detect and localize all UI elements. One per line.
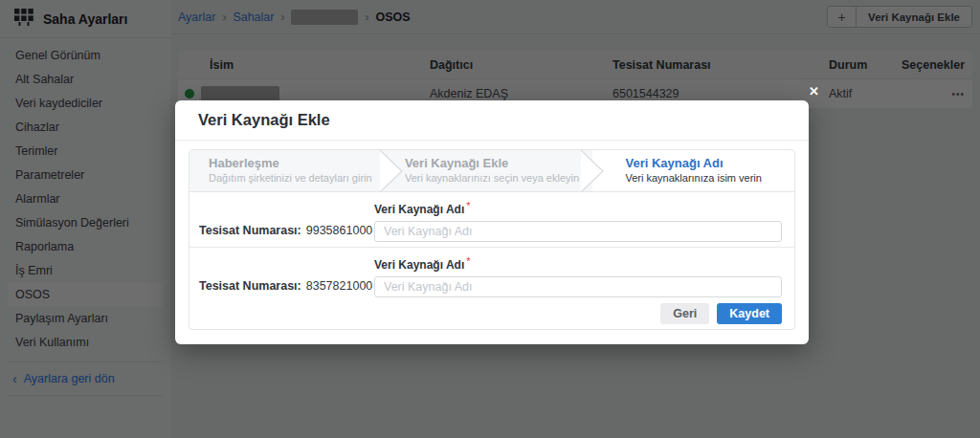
save-button[interactable]: Kaydet	[717, 303, 782, 324]
form-row-1: Tesisat Numarası: 9935861000 i Veri Kayn…	[189, 192, 794, 248]
add-data-source-modal: ✕ Veri Kaynağı Ekle Haberleşme Dağıtım ş…	[175, 100, 809, 344]
field-label: Veri Kaynağı Adı	[374, 203, 464, 216]
step-subtitle: Veri kaynaklarınıza isim verin	[625, 171, 761, 185]
wizard-steps: Haberleşme Dağıtım şirketinizi ve detayl…	[189, 150, 794, 192]
required-asterisk: *	[466, 200, 470, 211]
back-button[interactable]: Geri	[660, 303, 709, 324]
tesisat-numarasi-2: Tesisat Numarası: 8357821000 i	[199, 279, 390, 293]
field-veri-kaynagi-adi-2: Veri Kaynağı Adı*	[374, 255, 782, 297]
step-veri-kaynagi-ekle[interactable]: Veri Kaynağı Ekle Veri kaynaklarınızı se…	[391, 150, 593, 191]
step-title: Veri Kaynağı Adı	[625, 156, 761, 171]
step-title: Veri Kaynağı Ekle	[405, 156, 579, 171]
step-subtitle: Dağıtım şirketinizi ve detayları girin	[209, 171, 372, 185]
field-label: Veri Kaynağı Adı	[374, 258, 464, 272]
veri-kaynagi-adi-input-2[interactable]	[374, 276, 782, 297]
required-asterisk: *	[466, 255, 470, 267]
step-subtitle: Veri kaynaklarınızı seçin veya ekleyin	[405, 171, 579, 185]
form-row-2: Tesisat Numarası: 8357821000 i Veri Kayn…	[189, 248, 794, 303]
step-veri-kaynagi-adi[interactable]: Veri Kaynağı Adı Veri kaynaklarınıza isi…	[592, 150, 794, 191]
tesisat-value: 9935861000	[306, 224, 373, 237]
modal-body: Haberleşme Dağıtım şirketinizi ve detayl…	[189, 149, 795, 330]
modal-title: Veri Kaynağı Ekle	[198, 111, 330, 129]
step-haberlesme[interactable]: Haberleşme Dağıtım şirketinizi ve detayl…	[189, 150, 391, 191]
modal-header: Veri Kaynağı Ekle	[175, 100, 809, 141]
tesisat-label: Tesisat Numarası:	[199, 279, 301, 293]
tesisat-value: 8357821000	[306, 279, 373, 293]
close-icon[interactable]: ✕	[809, 85, 819, 98]
step-title: Haberleşme	[209, 156, 372, 171]
veri-kaynagi-adi-input-1[interactable]	[374, 221, 782, 242]
tesisat-label: Tesisat Numarası:	[199, 224, 301, 237]
field-veri-kaynagi-adi-1: Veri Kaynağı Adı*	[374, 200, 782, 242]
tesisat-numarasi-1: Tesisat Numarası: 9935861000 i	[199, 224, 390, 237]
modal-footer: Geri Kaydet	[660, 303, 782, 324]
app-root: Saha Ayarları Genel Görünüm Alt Sahalar …	[0, 0, 980, 438]
